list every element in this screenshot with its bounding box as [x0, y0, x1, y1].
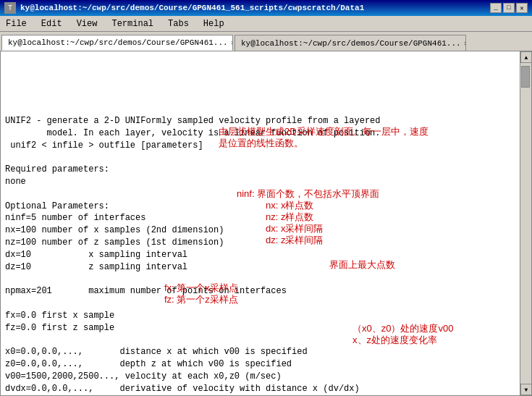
terminal-line — [5, 151, 515, 164]
scroll-down-button[interactable]: ▼ — [520, 384, 532, 395]
minimize-button[interactable]: _ — [490, 3, 502, 13]
ann2: 是位置的线性函数。 — [219, 137, 303, 150]
terminal-line: npmax=201 maximum number of points on in… — [5, 285, 515, 298]
maximize-button[interactable]: □ — [503, 3, 515, 13]
terminal-line: dvdz=0.0,0.0,..., derivative of velocity… — [5, 395, 515, 395]
ann7: dz: z采样间隔 — [266, 234, 323, 247]
tab-0-label: ky@localhost:~/cwp/src/demos/Course/GPGN… — [8, 38, 228, 47]
terminal-line — [5, 273, 515, 285]
menu-bar: File Edit View Terminal Tabs Help — [0, 16, 532, 32]
terminal-line: z0=0.0,0.0,..., depth z at which v00 is … — [5, 358, 515, 371]
terminal-line: none — [5, 176, 515, 188]
scrollbar[interactable]: ▲ ▼ — [520, 51, 531, 395]
terminal-line: x0=0.0,0.0,..., distance x at which v00 … — [5, 346, 515, 358]
terminal-line: nx=100 number of x samples (2nd dimensio… — [5, 224, 515, 237]
ann8: 界面上最大点数 — [329, 258, 395, 271]
terminal-wrapper: UNIF2 - generate a 2-D UNIFormly sampled… — [0, 51, 532, 396]
terminal-line — [5, 334, 515, 346]
ann10: fz: 第一个z采样点 — [164, 293, 238, 306]
terminal-line: Required parameters: — [5, 164, 515, 176]
window-controls: _ □ ✕ — [490, 3, 528, 13]
terminal-line: dz=10 z sampling interval — [5, 261, 515, 274]
tab-0-close[interactable]: ✕ — [231, 38, 233, 47]
menu-help[interactable]: Help — [200, 18, 227, 30]
terminal-line: Optional Parameters: — [5, 201, 515, 213]
ann12: x、z处的速度变化率 — [352, 334, 437, 347]
menu-tabs[interactable]: Tabs — [165, 18, 192, 30]
title-bar: T ky@localhost:~/cwp/src/demos/Course/GP… — [0, 0, 532, 16]
window-title: ky@localhost:~/cwp/src/demos/Course/GPGN… — [20, 4, 364, 12]
tab-0[interactable]: ky@localhost:~/cwp/src/demos/Course/GPGN… — [1, 35, 233, 51]
menu-terminal[interactable]: Terminal — [109, 18, 156, 30]
terminal-line: dvdx=0.0,0.0,..., derivative of velocity… — [5, 383, 515, 395]
menu-file[interactable]: File — [3, 18, 30, 30]
tab-1-close[interactable]: ✕ — [464, 39, 466, 48]
terminal-line: dx=10 x sampling interval — [5, 249, 515, 261]
scroll-up-button[interactable]: ▲ — [520, 51, 532, 63]
terminal-content[interactable]: UNIF2 - generate a 2-D UNIFormly sampled… — [1, 51, 520, 395]
app-icon: T — [4, 2, 16, 14]
scrollbar-thumb[interactable] — [521, 66, 530, 88]
terminal-line: v00=1500,2000,2500..., velocity at each … — [5, 371, 515, 383]
terminal-line: fx=0.0 first x sample — [5, 310, 515, 322]
menu-view[interactable]: View — [74, 18, 101, 30]
scrollbar-track[interactable] — [520, 63, 531, 384]
terminal-line: nz=100 number of z samples (1st dimensio… — [5, 237, 515, 249]
tab-bar: ky@localhost:~/cwp/src/demos/Course/GPGN… — [0, 32, 532, 51]
tab-1[interactable]: ky@localhost:~/cwp/src/demos/Course/GPGN… — [235, 35, 466, 51]
terminal-line — [5, 298, 515, 310]
menu-edit[interactable]: Edit — [38, 18, 65, 30]
close-button[interactable]: ✕ — [516, 3, 528, 13]
terminal-line: ninf=5 number of interfaces — [5, 212, 515, 224]
tab-1-label: ky@localhost:~/cwp/src/demos/Course/GPGN… — [241, 39, 461, 48]
